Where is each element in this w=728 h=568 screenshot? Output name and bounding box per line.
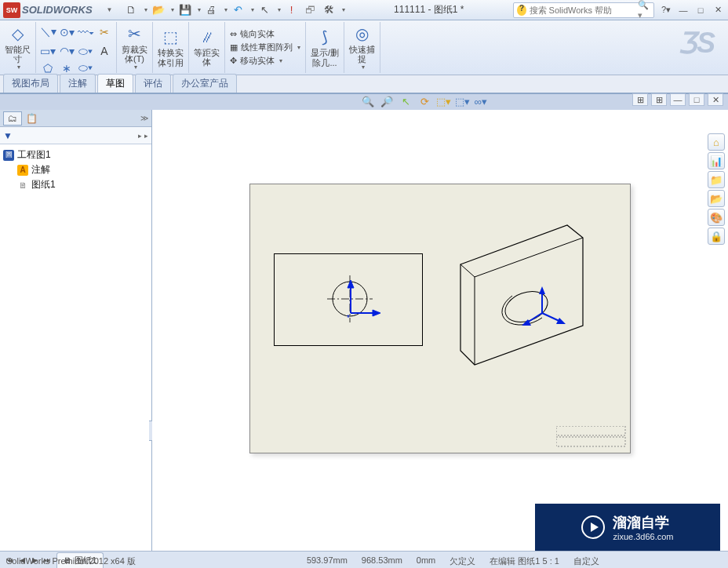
trim-group[interactable]: ✂ 剪裁实 体(T) ▾ (117, 22, 153, 73)
svg-line-9 (475, 238, 583, 277)
dropdown-icon[interactable]: ▾ (134, 64, 137, 71)
rectangle-tool[interactable]: ▭▾ (39, 42, 56, 60)
print-button[interactable]: 🖨 (204, 2, 220, 18)
resources-tool[interactable]: 📊 (708, 152, 725, 169)
smart-dimension-group[interactable]: ◇ 智能尺 寸 ▾ (0, 22, 36, 73)
filter-dropdown-icon[interactable]: ▸ ▸ (138, 132, 148, 140)
tab-annotation[interactable]: 注解 (60, 74, 96, 93)
display-style-button[interactable]: ⬚▾ (436, 94, 450, 108)
linear-pattern-button[interactable]: ▦线性草图阵列▾ (230, 41, 300, 54)
annotation-icon: A (17, 165, 28, 176)
search-go-icon[interactable]: 🔍▾ (638, 0, 650, 20)
dropdown-icon[interactable]: ▾ (144, 6, 147, 13)
ribbon: ◇ 智能尺 寸 ▾ ＼▾ ⊙▾ 〰▾ ✂ ▭▾ ◠▾ ⬭▾ A ⬠ ∗ ⬭▾ ✂… (0, 20, 728, 75)
property-tab[interactable]: 📋 (22, 111, 41, 126)
line-tool[interactable]: ＼▾ (39, 24, 56, 41)
palette-tool[interactable]: 🎨 (708, 209, 725, 226)
svg-marker-6 (373, 310, 380, 316)
mirror-button[interactable]: ⇔镜向实体 (230, 27, 300, 41)
search-input[interactable] (530, 5, 638, 15)
move-label: 移动实体 (240, 55, 275, 67)
dropdown-icon[interactable]: ▾ (362, 64, 365, 71)
ellipse-tool[interactable]: ⬭▾ (77, 42, 94, 60)
zoom-fit-button[interactable]: 🔍 (361, 94, 375, 108)
app-brand: SOLIDWORKS (22, 4, 93, 16)
smart-dim-label: 智能尺 寸 (5, 45, 31, 64)
dropdown-icon[interactable]: ▾ (297, 44, 300, 51)
drawing-sheet[interactable]: * (249, 184, 631, 453)
dropdown-icon[interactable]: ▾ (279, 57, 282, 64)
help-search[interactable]: 🔍▾ (513, 2, 654, 18)
spline-tool[interactable]: 〰▾ (77, 24, 94, 41)
window-controls: ?▾ — □ ✕ (659, 4, 725, 16)
point-tool[interactable]: ∗ (58, 61, 75, 75)
doc-minimize-button[interactable]: — (670, 93, 686, 106)
close-button[interactable]: ✕ (711, 4, 725, 16)
doc-tile2-button[interactable]: ⊞ (651, 93, 667, 106)
tree-sheet[interactable]: 🗎 图纸1 (3, 177, 148, 192)
zoom-area-button[interactable]: 🔎 (380, 94, 394, 108)
convert-label: 转换实 体引用 (158, 48, 184, 67)
tab-office[interactable]: 办公室产品 (173, 74, 237, 93)
hide-show-button[interactable]: ⬚▾ (455, 94, 469, 108)
explorer-tool[interactable]: 📂 (708, 190, 725, 207)
doc-close-button[interactable]: ✕ (708, 93, 723, 106)
options-button[interactable]: 🗗 (303, 2, 318, 18)
doc-maximize-button[interactable]: □ (689, 93, 704, 106)
dropdown-icon[interactable]: ▾ (198, 6, 201, 13)
doc-tile1-button[interactable]: ⊞ (632, 93, 648, 106)
svg-text:*: * (347, 314, 350, 322)
status-custom: 自定义 (573, 555, 599, 566)
mirror-label: 镜向实体 (240, 28, 275, 40)
convert-group[interactable]: ⬚ 转换实 体引用 (153, 22, 189, 73)
library-tool[interactable]: 📁 (708, 171, 725, 188)
polygon-tool[interactable]: ⬠ (39, 61, 56, 75)
view-orient-button[interactable]: ∞▾ (474, 94, 488, 108)
isometric-view[interactable] (451, 216, 624, 373)
appearance-tool[interactable]: 🔒 (708, 228, 725, 245)
sidebar-collapse-button[interactable]: ≫ (140, 114, 148, 122)
feature-tree-tab[interactable]: 🗂 (3, 111, 22, 126)
show-hide-group[interactable]: ⟆ 显示/删 除几... (306, 22, 344, 73)
save-button[interactable]: 💾 (177, 2, 193, 18)
new-button[interactable]: 🗋 (124, 2, 140, 18)
select-button[interactable]: ↖ (257, 2, 273, 18)
circle-tool[interactable]: ⊙▾ (58, 24, 75, 41)
watermark-banner: 溜溜自学 zixue.3d66.com (535, 504, 720, 551)
slot-tool[interactable]: ⬭▾ (77, 61, 94, 75)
help-button[interactable]: ?▾ (659, 4, 673, 16)
previous-view-button[interactable]: ↖ (399, 94, 413, 108)
undo-button[interactable]: ↶ (231, 2, 246, 18)
dropdown-icon[interactable]: ▾ (224, 6, 228, 13)
quick-snap-group[interactable]: ◎ 快速捕 捉 ▾ (344, 22, 380, 73)
dropdown-icon[interactable]: ▾ (17, 64, 20, 71)
delete-tool[interactable]: ✂ (96, 24, 113, 41)
dropdown-icon[interactable]: ▾ (171, 6, 174, 13)
tree-filter-bar[interactable]: ▼ ▸ ▸ (0, 127, 151, 144)
funnel-icon: ▼ (3, 130, 13, 141)
dropdown-icon[interactable]: ▾ (251, 6, 254, 13)
section-view-button[interactable]: ⟳ (417, 94, 431, 108)
open-button[interactable]: 📂 (151, 2, 166, 18)
offset-icon: ⫽ (199, 28, 215, 46)
tab-evaluate[interactable]: 评估 (135, 74, 171, 93)
status-y: 968.53mm (362, 555, 402, 566)
app-menu-dropdown[interactable]: ▼ (102, 2, 118, 18)
home-tool[interactable]: ⌂ (708, 133, 725, 151)
tree-root[interactable]: 圖 工程图1 (3, 147, 148, 162)
minimize-button[interactable]: — (676, 4, 690, 16)
move-button[interactable]: ✥移动实体▾ (230, 54, 300, 67)
graphics-area[interactable]: * (152, 110, 728, 551)
maximize-button[interactable]: □ (693, 4, 708, 16)
rebuild-button[interactable]: ! (284, 2, 300, 18)
tab-view-layout[interactable]: 视图布局 (3, 74, 58, 93)
arc-tool[interactable]: ◠▾ (58, 42, 75, 60)
tab-sketch[interactable]: 草图 (97, 74, 133, 93)
offset-group[interactable]: ⫽ 等距实 体 (189, 22, 225, 73)
settings-button[interactable]: 🛠 (322, 2, 337, 18)
dropdown-icon[interactable]: ▾ (278, 6, 281, 13)
text-tool[interactable]: A (96, 42, 113, 60)
tree-annotations[interactable]: A 注解 (3, 162, 148, 177)
origin-2d: * (338, 279, 385, 326)
main-area: 🗂 📋 ≫ ▼ ▸ ▸ 圖 工程图1 A 注解 🗎 图纸1 (0, 110, 728, 551)
